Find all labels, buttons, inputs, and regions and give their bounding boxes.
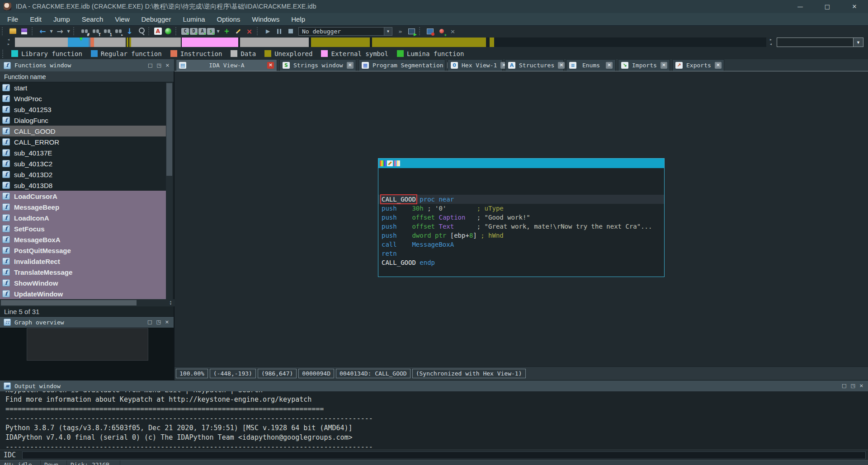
add-type-icon[interactable]: + [222,27,232,36]
navigate-back-icon[interactable]: ← [38,27,48,36]
tab-hex-view-1[interactable]: 0Hex View-1× [448,59,503,71]
search-again-icon[interactable]: ▸ [113,27,123,36]
nav-band-segment[interactable] [182,38,238,47]
graph-node-frame-icon[interactable] [394,160,400,166]
function-row-call-good[interactable]: fCALL_GOOD [0,126,167,136]
tab-imports[interactable]: ↘Imports× [618,59,670,71]
debugger-selector[interactable]: No debugger▼ [298,27,392,36]
function-row-sub-4013d8[interactable]: fsub_4013D8 [0,180,167,191]
menu-jump[interactable]: Jump [47,13,76,25]
menu-file[interactable]: File [1,13,24,25]
function-row-wndproc[interactable]: fWndProc [0,93,167,104]
function-row-start[interactable]: fstart [0,82,167,93]
debugger-run-icon[interactable]: ▶ [263,27,273,36]
output-log[interactable]: Keypatch search is available from menu E… [0,391,868,450]
graph-overview-canvas[interactable] [0,328,174,380]
tab-close-icon[interactable]: × [558,62,565,69]
navigate-forward-icon[interactable]: → [55,27,65,36]
functions-scroll-corner[interactable]: ▲▼ [167,299,175,306]
function-row-sub-4013d2[interactable]: fsub_4013D2 [0,169,167,180]
disasm-line[interactable]: push offset Text ; "Great work, mate!\rN… [378,222,664,231]
menu-debugger[interactable]: Debugger [136,13,177,25]
window-minimize-button[interactable]: — [787,0,814,13]
console-language-label[interactable]: IDC [4,451,16,459]
function-row-call-error[interactable]: fCALL_ERROR [0,136,167,147]
run-until-return-icon[interactable] [406,27,417,36]
graph-node-edit-icon[interactable] [387,160,393,166]
functions-close-icon[interactable]: × [165,62,170,69]
disasm-line[interactable]: push 30h ; '0' ; uType [378,204,664,213]
functions-vscroll-thumb[interactable] [166,83,172,176]
function-row-dialogfunc[interactable]: fDialogFunc [0,115,167,126]
tab-ida-view-a[interactable]: ▤IDA View-A× [176,59,277,71]
nav-band-segment[interactable] [15,38,68,47]
disasm-line[interactable]: push dword ptr [ebp+8] ; hWnd [378,231,664,240]
output-close-icon[interactable]: × [859,383,863,389]
function-row-setfocus[interactable]: fSetFocus [0,223,167,234]
nav-band-segment[interactable] [127,38,128,47]
search-binary-icon[interactable]: # [79,27,90,36]
make-data-icon[interactable]: D+ [190,28,198,35]
overview-maximize-icon[interactable]: □ [147,319,152,325]
functions-float-icon[interactable]: ◳ [156,62,161,69]
search-text-icon[interactable]: T [90,27,101,36]
jump-address-icon[interactable]: ↓ [124,27,135,36]
nav-band-segment[interactable] [490,38,494,47]
menu-windows[interactable]: Windows [246,13,285,25]
nav-scroll-left-icon[interactable]: ◂▸ [5,37,12,47]
function-row-loadicona[interactable]: fLoadIconA [0,212,167,223]
nav-band-segment[interactable] [240,38,309,47]
function-row-messagebeep[interactable]: fMessageBeep [0,202,167,212]
menu-help[interactable]: Help [285,13,311,25]
tab-exports[interactable]: ↗Exports× [672,59,724,71]
console-input[interactable] [22,451,866,459]
tab-close-icon[interactable]: × [267,62,274,69]
overview-float-icon[interactable]: ◳ [156,319,160,325]
graph-node-palette-icon[interactable] [380,160,386,166]
functions-window-titlebar[interactable]: f Functions window □ ◳ × [0,59,175,71]
output-maximize-icon[interactable]: □ [842,383,846,389]
nav-band-segment[interactable] [90,38,94,47]
nav-scroll-right-icon[interactable]: ▸◂ [768,37,774,47]
tab-structures[interactable]: AStructures× [505,59,564,71]
function-row-sub-40137e[interactable]: fsub_40137E [0,147,167,158]
edit-patch-icon[interactable] [233,27,243,36]
disasm-line[interactable]: CALL_GOOD endp [378,258,664,267]
save-icon[interactable] [19,27,29,36]
menu-lumina[interactable]: Lumina [177,13,211,25]
tab-enums[interactable]: ≡Enums× [566,59,616,71]
search-immediate-icon[interactable]: 1 [102,27,112,36]
navigation-band[interactable]: ◂▸ ▸◂ ▼ ▼ [0,37,868,48]
graph-overview-titlebar[interactable]: ∷ Graph overview □ ◳ × [0,316,174,328]
function-row-messageboxa[interactable]: fMessageBoxA [0,234,167,245]
disasm-line[interactable]: CALL_GOOD proc near [378,195,664,204]
menu-edit[interactable]: Edit [24,13,47,25]
nav-band-segment[interactable] [94,38,126,47]
disasm-line[interactable]: push offset Caption ; "Good work!" [378,213,664,222]
debugger-pause-icon[interactable] [274,27,284,36]
disasm-line[interactable]: retn [378,249,664,258]
graph-node-call-good[interactable]: CALL_GOOD proc nearpush 30h ; '0' ; uTyp… [378,158,665,277]
tab-program-segmentation[interactable]: ▦Program Segmentation× [359,59,445,71]
make-array-icon[interactable]: A+ [198,28,206,35]
open-file-icon[interactable] [8,27,18,36]
nav-band-segment[interactable] [131,38,181,47]
add-breakpoint-icon[interactable]: + [436,27,447,36]
lumina-pull-icon[interactable] [163,27,173,36]
tab-close-icon[interactable]: × [660,62,667,69]
delete-breakpoint-icon[interactable]: × [448,27,458,36]
undefine-icon[interactable]: × [244,27,255,36]
graph-node-titlebar[interactable] [378,159,664,168]
function-row-loadcursora[interactable]: fLoadCursorA [0,191,167,202]
nav-combobox-dropdown-icon[interactable]: ▼ [853,38,863,47]
functions-column-header[interactable]: Function name [0,71,174,82]
nav-band-segment[interactable] [372,38,486,47]
function-row-updatewindow[interactable]: fUpdateWindow [0,288,167,299]
tab-close-icon[interactable]: × [715,62,722,69]
back-dropdown-icon[interactable]: ▼ [49,27,54,36]
debugger-selector-dropdown-icon[interactable]: ▼ [384,28,392,35]
search-memory-icon[interactable] [136,27,146,36]
attach-process-icon[interactable]: » [395,27,406,36]
function-row-postquitmessage[interactable]: fPostQuitMessage [0,245,167,256]
window-maximize-button[interactable]: □ [814,0,841,13]
